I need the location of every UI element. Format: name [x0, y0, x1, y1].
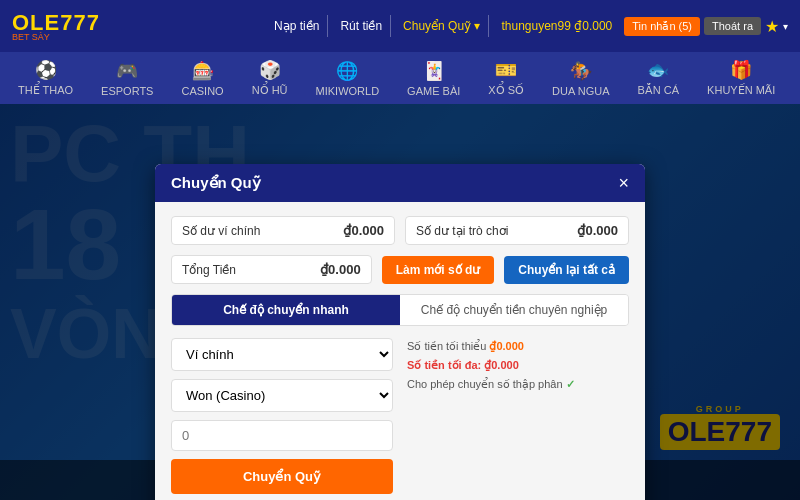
total-row: Tổng Tiền ₫0.000 Làm mới số dư Chuyển lạ… — [171, 255, 629, 284]
nav-bar: ⚽ THỂ THAO 🎮 ESPORTS 🎰 CASINO 🎲 NỔ HŨ 🌐 … — [0, 52, 800, 104]
transfer-form: Ví chính Won (Casino) Chuyển Quỹ Chuyển … — [171, 338, 629, 500]
sidebar-item-esports[interactable]: 🎮 ESPORTS — [87, 54, 167, 103]
lam-moi-button[interactable]: Làm mới số dư — [382, 256, 495, 284]
star-icon[interactable]: ★ — [765, 17, 779, 36]
chuyen-quy-modal: Chuyển Quỹ × Số dư ví chính ₫0.000 Số dư… — [155, 164, 645, 500]
user-balance: thunguyen99 ₫0.000 — [493, 17, 620, 35]
khuyen-mai-icon: 🎁 — [730, 59, 752, 81]
chuyen-lai-button[interactable]: Chuyển lại tất cả — [504, 256, 629, 284]
balance-chinh-box: Số dư ví chính ₫0.000 — [171, 216, 395, 245]
form-right-col: Số tiền tối thiểu ₫0.000 Số tiền tối đa:… — [407, 338, 629, 500]
balance-tro-choi-box: Số dư tại trò chơi ₫0.000 — [405, 216, 629, 245]
header: OLE777 BET SÀY Nạp tiền Rút tiền Chuyển … — [0, 0, 800, 52]
messages-button[interactable]: Tin nhắn (5) — [624, 17, 700, 36]
sidebar-item-xo-so[interactable]: 🎫 XỔ SỐ — [474, 53, 538, 103]
chuyen-quy-button[interactable]: Chuyển Quỹ — [171, 459, 393, 494]
sidebar-item-casino[interactable]: 🎰 CASINO — [167, 54, 237, 103]
casino-icon: 🎰 — [192, 60, 214, 82]
mode-chuyen-nghiep-button[interactable]: Chế độ chuyển tiền chuyên nghiệp — [400, 295, 628, 325]
game-bai-icon: 🃏 — [423, 60, 445, 82]
logout-button[interactable]: Thoát ra — [704, 17, 761, 35]
header-nav: Nạp tiền Rút tiền Chuyển Quỹ ▾ thunguyen… — [266, 15, 788, 37]
mode-selector: Chế độ chuyển nhanh Chế độ chuyển tiền c… — [171, 294, 629, 326]
the-thao-icon: ⚽ — [35, 59, 57, 81]
sidebar-item-ban-ca[interactable]: 🐟 BẮN CÁ — [623, 53, 693, 103]
user-chevron-icon[interactable]: ▾ — [783, 21, 788, 32]
game-dropdown[interactable]: Won (Casino) — [171, 379, 393, 412]
sidebar-item-khuyen-mai[interactable]: 🎁 KHUYẾN MÃI — [693, 53, 789, 103]
xo-so-icon: 🎫 — [495, 59, 517, 81]
sidebar-item-game-bai[interactable]: 🃏 GAME BÀI — [393, 54, 474, 103]
sidebar-item-dua-ngua[interactable]: 🏇 DUA NGUA — [538, 54, 623, 103]
mikiworld-icon: 🌐 — [336, 60, 358, 82]
background-area: PC TH 18 VÒNG GROUP OLE777 Chuyển Quỹ × — [0, 104, 800, 500]
decimal-text: Cho phép chuyển số thập phân ✓ — [407, 378, 629, 391]
vi-dropdown[interactable]: Ví chính — [171, 338, 393, 371]
sidebar-item-mikiworld[interactable]: 🌐 MIKIWORLD — [302, 54, 394, 103]
tong-tien-box: Tổng Tiền ₫0.000 — [171, 255, 372, 284]
sidebar-item-the-thao[interactable]: ⚽ THỂ THAO — [4, 53, 87, 103]
balance-row: Số dư ví chính ₫0.000 Số dư tại trò chơi… — [171, 216, 629, 245]
sidebar-item-no-hu[interactable]: 🎲 NỔ HŨ — [238, 53, 302, 103]
chuyen-quy-link[interactable]: Chuyển Quỹ ▾ — [395, 15, 489, 37]
close-icon[interactable]: × — [618, 174, 629, 192]
chevron-down-icon: ▾ — [474, 19, 480, 33]
modal-overlay: Chuyển Quỹ × Số dư ví chính ₫0.000 Số dư… — [0, 104, 800, 500]
modal-title: Chuyển Quỹ — [171, 174, 261, 192]
form-left-col: Ví chính Won (Casino) Chuyển Quỹ Chuyển … — [171, 338, 393, 500]
modal-header: Chuyển Quỹ × — [155, 164, 645, 202]
no-hu-icon: 🎲 — [259, 59, 281, 81]
amount-input[interactable] — [171, 420, 393, 451]
max-amount-text: Số tiền tối đa: ₫0.000 — [407, 359, 629, 372]
mode-nhanh-button[interactable]: Chế độ chuyển nhanh — [172, 295, 400, 325]
min-amount-text: Số tiền tối thiểu ₫0.000 — [407, 340, 629, 353]
modal-body: Số dư ví chính ₫0.000 Số dư tại trò chơi… — [155, 202, 645, 500]
esports-icon: 🎮 — [116, 60, 138, 82]
checkmark-icon: ✓ — [566, 378, 575, 390]
dua-ngua-icon: 🏇 — [570, 60, 592, 82]
rut-tien-link[interactable]: Rút tiền — [332, 15, 391, 37]
logo: OLE777 BET SÀY — [12, 10, 100, 42]
ban-ca-icon: 🐟 — [647, 59, 669, 81]
nap-tien-link[interactable]: Nạp tiền — [266, 15, 328, 37]
